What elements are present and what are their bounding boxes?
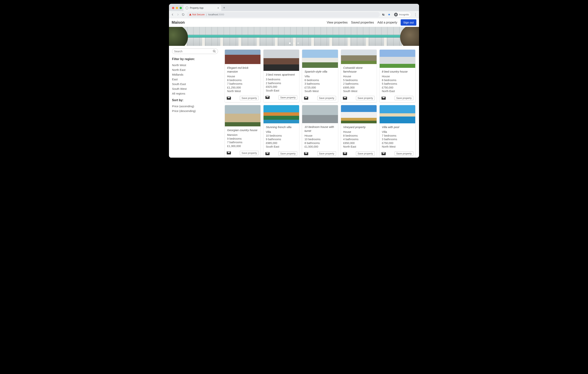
property-title[interactable]: 10 bedroom house with turret [304, 125, 336, 133]
carousel-dot[interactable] [293, 43, 295, 44]
property-image[interactable] [380, 50, 415, 68]
mail-icon[interactable] [304, 152, 308, 155]
mail-icon[interactable] [381, 97, 386, 100]
incognito-badge[interactable]: Incognito [393, 12, 411, 17]
brand-logo[interactable]: Maison [172, 20, 185, 25]
region-option[interactable]: South West [172, 86, 218, 91]
arrow-right-icon [176, 13, 179, 16]
save-property-button[interactable]: Save property [317, 96, 336, 100]
address-bar[interactable]: Not Secure | localhost:3000 [187, 12, 380, 17]
property-title[interactable]: Spanish-style villa [304, 70, 336, 74]
carousel-dot[interactable] [289, 43, 291, 44]
minimize-window-button[interactable] [176, 7, 178, 9]
sidebar: Filter by region: North WestNorth EastMi… [169, 46, 221, 158]
property-region: South East [266, 89, 297, 93]
property-title[interactable]: Stunning french villa [266, 125, 297, 129]
not-secure-text: Not Secure [192, 13, 205, 16]
property-title[interactable]: Elegant red brick mansion [227, 66, 258, 74]
bookmark-star-icon[interactable]: ★ [388, 13, 390, 16]
forward-button[interactable] [176, 13, 179, 16]
nav-add-property[interactable]: Add a property [377, 21, 397, 24]
reload-button[interactable] [181, 13, 185, 16]
search-input[interactable] [174, 50, 211, 53]
property-region: South West [343, 89, 374, 93]
property-image[interactable] [263, 50, 299, 71]
eye-off-icon[interactable] [382, 13, 385, 16]
sort-option[interactable]: Price (ascending) [172, 104, 218, 108]
mail-icon[interactable] [265, 96, 270, 99]
property-body: Cotswold stone farmhouseHouse5 bedrooms2… [341, 64, 377, 95]
property-title[interactable]: Vineyard property [343, 125, 374, 129]
region-option[interactable]: All regions [172, 91, 218, 96]
property-footer: Save property [302, 95, 338, 102]
property-image[interactable] [302, 50, 338, 68]
save-property-button[interactable]: Save property [356, 96, 375, 100]
sign-out-button[interactable]: Sign out [401, 19, 416, 26]
nav-view-properties[interactable]: View properties [327, 21, 348, 24]
region-option[interactable]: North East [172, 67, 218, 72]
mail-icon[interactable] [381, 152, 386, 155]
mail-icon[interactable] [343, 152, 347, 155]
new-tab-button[interactable]: + [221, 6, 227, 11]
not-secure-badge: Not Secure [189, 13, 205, 16]
property-image[interactable] [302, 105, 338, 123]
property-image[interactable] [380, 105, 415, 123]
separator: | [206, 13, 207, 16]
hero-decor [184, 38, 404, 46]
property-image[interactable] [341, 50, 377, 64]
mail-icon[interactable] [304, 97, 308, 100]
warning-icon [189, 13, 191, 16]
property-price: £650,000 [343, 141, 374, 145]
browser-menu-button[interactable]: ⋮ [414, 12, 417, 17]
carousel-dot[interactable] [297, 43, 299, 44]
close-tab-icon[interactable]: × [218, 7, 219, 9]
region-option[interactable]: East [172, 77, 218, 82]
property-image[interactable] [225, 50, 261, 64]
region-option[interactable]: South East [172, 82, 218, 86]
property-footer: Save property [225, 150, 261, 157]
property-region: North West [382, 145, 413, 149]
save-property-button[interactable]: Save property [240, 151, 259, 155]
incognito-icon [394, 13, 398, 16]
property-image[interactable] [263, 105, 299, 123]
property-bathrooms: 4 bathrooms [343, 138, 374, 141]
property-card: 8 bed country houseHouse8 bedrooms5 bath… [380, 50, 415, 102]
mail-icon[interactable] [227, 97, 231, 100]
save-property-button[interactable]: Save property [317, 151, 336, 156]
property-title[interactable]: 8 bed country house [382, 70, 413, 74]
property-footer: Save property [341, 95, 377, 102]
back-button[interactable] [171, 13, 174, 16]
property-title[interactable]: Georgian country house [227, 128, 258, 132]
property-title[interactable]: Villa with pool [382, 125, 413, 129]
save-property-button[interactable]: Save property [395, 151, 413, 156]
hero-decor [169, 27, 188, 46]
save-property-button[interactable]: Save property [395, 96, 413, 100]
sort-option[interactable]: Price (descending) [172, 108, 218, 113]
browser-tab[interactable]: Property App × [183, 5, 221, 11]
search-field[interactable] [172, 49, 218, 54]
property-body: Elegant red brick mansionHouse8 bedrooms… [225, 64, 261, 95]
property-title[interactable]: Cotswold stone farmhouse [343, 66, 374, 74]
region-option[interactable]: Midlands [172, 72, 218, 77]
save-property-button[interactable]: Save property [278, 151, 297, 156]
maximize-window-button[interactable] [179, 7, 182, 9]
mail-icon[interactable] [227, 151, 231, 154]
save-property-button[interactable]: Save property [240, 96, 259, 100]
nav-saved-properties[interactable]: Saved properties [351, 21, 374, 24]
region-option[interactable]: North West [172, 63, 218, 67]
browser-window: Property App × + Not Secure | localhost:… [169, 4, 419, 158]
save-property-button[interactable]: Save property [356, 151, 375, 156]
property-image[interactable] [341, 105, 377, 123]
property-image[interactable] [225, 105, 261, 126]
close-window-button[interactable] [172, 7, 174, 9]
save-property-button[interactable]: Save property [278, 95, 297, 100]
hero-decor [400, 27, 419, 46]
property-title[interactable]: 3 bed mews apartment [266, 73, 297, 76]
hero-carousel[interactable] [169, 27, 419, 46]
property-price: £1,250,000 [227, 86, 258, 90]
mail-icon[interactable] [265, 152, 270, 155]
search-icon[interactable] [213, 50, 216, 53]
property-card: Spanish-style villaVilla6 bedrooms3 bath… [302, 50, 338, 102]
mail-icon[interactable] [343, 97, 347, 100]
property-footer: Save property [302, 150, 338, 158]
